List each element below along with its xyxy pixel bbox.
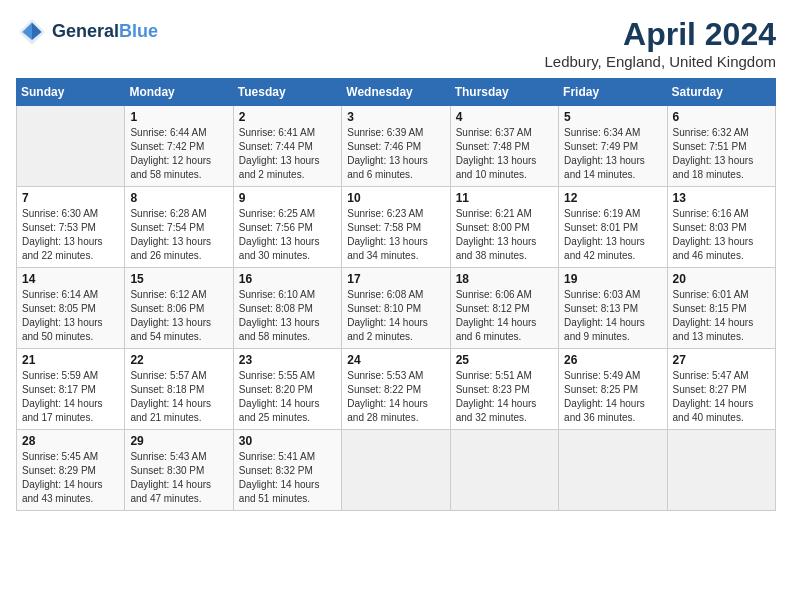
calendar-cell: 26Sunrise: 5:49 AM Sunset: 8:25 PM Dayli… xyxy=(559,349,667,430)
day-number: 21 xyxy=(22,353,119,367)
calendar-cell: 20Sunrise: 6:01 AM Sunset: 8:15 PM Dayli… xyxy=(667,268,775,349)
day-info: Sunrise: 6:25 AM Sunset: 7:56 PM Dayligh… xyxy=(239,207,336,263)
calendar-cell: 10Sunrise: 6:23 AM Sunset: 7:58 PM Dayli… xyxy=(342,187,450,268)
day-info: Sunrise: 5:43 AM Sunset: 8:30 PM Dayligh… xyxy=(130,450,227,506)
calendar-cell xyxy=(17,106,125,187)
month-title: April 2024 xyxy=(544,16,776,53)
day-number: 5 xyxy=(564,110,661,124)
day-number: 6 xyxy=(673,110,770,124)
page-header: GeneralBlue April 2024 Ledbury, England,… xyxy=(16,16,776,70)
calendar-week-row: 14Sunrise: 6:14 AM Sunset: 8:05 PM Dayli… xyxy=(17,268,776,349)
calendar-cell: 13Sunrise: 6:16 AM Sunset: 8:03 PM Dayli… xyxy=(667,187,775,268)
logo-icon xyxy=(16,16,48,48)
calendar-cell: 12Sunrise: 6:19 AM Sunset: 8:01 PM Dayli… xyxy=(559,187,667,268)
calendar-cell: 4Sunrise: 6:37 AM Sunset: 7:48 PM Daylig… xyxy=(450,106,558,187)
calendar-cell: 14Sunrise: 6:14 AM Sunset: 8:05 PM Dayli… xyxy=(17,268,125,349)
day-info: Sunrise: 6:03 AM Sunset: 8:13 PM Dayligh… xyxy=(564,288,661,344)
calendar-cell: 27Sunrise: 5:47 AM Sunset: 8:27 PM Dayli… xyxy=(667,349,775,430)
day-info: Sunrise: 5:51 AM Sunset: 8:23 PM Dayligh… xyxy=(456,369,553,425)
calendar-cell: 21Sunrise: 5:59 AM Sunset: 8:17 PM Dayli… xyxy=(17,349,125,430)
day-number: 29 xyxy=(130,434,227,448)
location-subtitle: Ledbury, England, United Kingdom xyxy=(544,53,776,70)
calendar-cell: 19Sunrise: 6:03 AM Sunset: 8:13 PM Dayli… xyxy=(559,268,667,349)
calendar-week-row: 1Sunrise: 6:44 AM Sunset: 7:42 PM Daylig… xyxy=(17,106,776,187)
day-number: 14 xyxy=(22,272,119,286)
day-info: Sunrise: 6:14 AM Sunset: 8:05 PM Dayligh… xyxy=(22,288,119,344)
day-number: 1 xyxy=(130,110,227,124)
calendar-cell: 24Sunrise: 5:53 AM Sunset: 8:22 PM Dayli… xyxy=(342,349,450,430)
day-info: Sunrise: 5:45 AM Sunset: 8:29 PM Dayligh… xyxy=(22,450,119,506)
day-info: Sunrise: 5:41 AM Sunset: 8:32 PM Dayligh… xyxy=(239,450,336,506)
calendar-cell: 18Sunrise: 6:06 AM Sunset: 8:12 PM Dayli… xyxy=(450,268,558,349)
day-info: Sunrise: 6:30 AM Sunset: 7:53 PM Dayligh… xyxy=(22,207,119,263)
day-number: 9 xyxy=(239,191,336,205)
day-number: 26 xyxy=(564,353,661,367)
day-number: 23 xyxy=(239,353,336,367)
calendar-cell: 23Sunrise: 5:55 AM Sunset: 8:20 PM Dayli… xyxy=(233,349,341,430)
calendar-cell: 30Sunrise: 5:41 AM Sunset: 8:32 PM Dayli… xyxy=(233,430,341,511)
day-number: 30 xyxy=(239,434,336,448)
calendar-cell: 16Sunrise: 6:10 AM Sunset: 8:08 PM Dayli… xyxy=(233,268,341,349)
day-number: 24 xyxy=(347,353,444,367)
day-info: Sunrise: 5:59 AM Sunset: 8:17 PM Dayligh… xyxy=(22,369,119,425)
weekday-header: Sunday xyxy=(17,79,125,106)
day-number: 11 xyxy=(456,191,553,205)
day-info: Sunrise: 6:12 AM Sunset: 8:06 PM Dayligh… xyxy=(130,288,227,344)
calendar-cell xyxy=(559,430,667,511)
calendar-cell: 17Sunrise: 6:08 AM Sunset: 8:10 PM Dayli… xyxy=(342,268,450,349)
day-info: Sunrise: 6:28 AM Sunset: 7:54 PM Dayligh… xyxy=(130,207,227,263)
weekday-header: Friday xyxy=(559,79,667,106)
weekday-header: Wednesday xyxy=(342,79,450,106)
day-info: Sunrise: 5:53 AM Sunset: 8:22 PM Dayligh… xyxy=(347,369,444,425)
calendar-cell: 8Sunrise: 6:28 AM Sunset: 7:54 PM Daylig… xyxy=(125,187,233,268)
day-number: 17 xyxy=(347,272,444,286)
weekday-header: Monday xyxy=(125,79,233,106)
calendar-cell: 28Sunrise: 5:45 AM Sunset: 8:29 PM Dayli… xyxy=(17,430,125,511)
calendar-cell: 11Sunrise: 6:21 AM Sunset: 8:00 PM Dayli… xyxy=(450,187,558,268)
day-number: 4 xyxy=(456,110,553,124)
calendar-cell xyxy=(667,430,775,511)
day-number: 8 xyxy=(130,191,227,205)
calendar-cell xyxy=(450,430,558,511)
calendar-cell xyxy=(342,430,450,511)
weekday-header: Saturday xyxy=(667,79,775,106)
day-info: Sunrise: 6:16 AM Sunset: 8:03 PM Dayligh… xyxy=(673,207,770,263)
title-block: April 2024 Ledbury, England, United King… xyxy=(544,16,776,70)
day-number: 10 xyxy=(347,191,444,205)
calendar-table: SundayMondayTuesdayWednesdayThursdayFrid… xyxy=(16,78,776,511)
calendar-cell: 25Sunrise: 5:51 AM Sunset: 8:23 PM Dayli… xyxy=(450,349,558,430)
calendar-cell: 5Sunrise: 6:34 AM Sunset: 7:49 PM Daylig… xyxy=(559,106,667,187)
weekday-header-row: SundayMondayTuesdayWednesdayThursdayFrid… xyxy=(17,79,776,106)
day-info: Sunrise: 5:57 AM Sunset: 8:18 PM Dayligh… xyxy=(130,369,227,425)
day-number: 20 xyxy=(673,272,770,286)
calendar-cell: 2Sunrise: 6:41 AM Sunset: 7:44 PM Daylig… xyxy=(233,106,341,187)
weekday-header: Thursday xyxy=(450,79,558,106)
day-info: Sunrise: 6:44 AM Sunset: 7:42 PM Dayligh… xyxy=(130,126,227,182)
calendar-week-row: 21Sunrise: 5:59 AM Sunset: 8:17 PM Dayli… xyxy=(17,349,776,430)
day-number: 16 xyxy=(239,272,336,286)
day-info: Sunrise: 6:01 AM Sunset: 8:15 PM Dayligh… xyxy=(673,288,770,344)
day-info: Sunrise: 6:21 AM Sunset: 8:00 PM Dayligh… xyxy=(456,207,553,263)
day-info: Sunrise: 6:34 AM Sunset: 7:49 PM Dayligh… xyxy=(564,126,661,182)
day-number: 15 xyxy=(130,272,227,286)
calendar-cell: 15Sunrise: 6:12 AM Sunset: 8:06 PM Dayli… xyxy=(125,268,233,349)
day-number: 28 xyxy=(22,434,119,448)
day-info: Sunrise: 6:19 AM Sunset: 8:01 PM Dayligh… xyxy=(564,207,661,263)
day-number: 22 xyxy=(130,353,227,367)
weekday-header: Tuesday xyxy=(233,79,341,106)
day-info: Sunrise: 6:39 AM Sunset: 7:46 PM Dayligh… xyxy=(347,126,444,182)
day-number: 18 xyxy=(456,272,553,286)
day-number: 7 xyxy=(22,191,119,205)
calendar-cell: 7Sunrise: 6:30 AM Sunset: 7:53 PM Daylig… xyxy=(17,187,125,268)
day-info: Sunrise: 6:08 AM Sunset: 8:10 PM Dayligh… xyxy=(347,288,444,344)
calendar-week-row: 7Sunrise: 6:30 AM Sunset: 7:53 PM Daylig… xyxy=(17,187,776,268)
day-info: Sunrise: 6:41 AM Sunset: 7:44 PM Dayligh… xyxy=(239,126,336,182)
day-info: Sunrise: 6:37 AM Sunset: 7:48 PM Dayligh… xyxy=(456,126,553,182)
day-number: 3 xyxy=(347,110,444,124)
calendar-week-row: 28Sunrise: 5:45 AM Sunset: 8:29 PM Dayli… xyxy=(17,430,776,511)
day-info: Sunrise: 5:55 AM Sunset: 8:20 PM Dayligh… xyxy=(239,369,336,425)
logo-text: GeneralBlue xyxy=(52,22,158,42)
calendar-cell: 1Sunrise: 6:44 AM Sunset: 7:42 PM Daylig… xyxy=(125,106,233,187)
day-number: 19 xyxy=(564,272,661,286)
day-info: Sunrise: 5:49 AM Sunset: 8:25 PM Dayligh… xyxy=(564,369,661,425)
